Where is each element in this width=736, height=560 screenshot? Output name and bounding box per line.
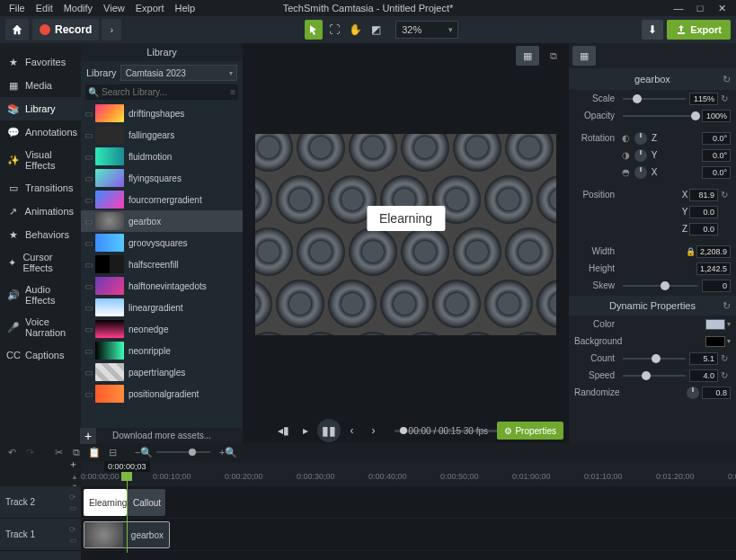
split-button[interactable]: ⊟ [106, 447, 119, 458]
library-item-papertriangles[interactable]: ▭papertriangles [81, 361, 243, 383]
count-reset-icon[interactable]: ↻ [718, 353, 731, 363]
track-up-icon[interactable]: ▲ [71, 473, 78, 481]
timeline-zoom-slider[interactable] [156, 451, 210, 453]
color-swatch[interactable] [705, 319, 725, 330]
library-item-halftonevintagedots[interactable]: ▭halftonevintagedots [81, 275, 243, 297]
randomize-knob[interactable] [687, 387, 699, 399]
position-z-value[interactable]: 0.0 [689, 223, 718, 236]
undo-button[interactable]: ↶ [5, 447, 18, 458]
pause-button[interactable]: ▮▮ [317, 419, 341, 442]
next-marker-button[interactable]: › [364, 421, 384, 440]
nav-annotations[interactable]: 💬Annotations [0, 120, 81, 144]
randomize-value[interactable]: 0.8 [702, 387, 731, 399]
record-button[interactable]: Record [32, 19, 99, 40]
opacity-slider[interactable] [623, 109, 698, 123]
canvas-detach[interactable]: ⧉ [542, 46, 565, 66]
prev-frame-button[interactable]: ◂▮ [274, 421, 294, 440]
rotation-z-value[interactable]: 0.0° [702, 132, 731, 145]
library-item-flyingsquares[interactable]: ▭flyingsquares [81, 167, 243, 189]
height-value[interactable]: 1,242.5 [696, 262, 731, 275]
nav-cursor-effects[interactable]: ✦Cursor Effects [0, 246, 81, 279]
close-button[interactable]: ✕ [711, 3, 732, 14]
menu-view[interactable]: View [98, 3, 130, 13]
track-add-button[interactable]: ＋ [68, 458, 78, 471]
track-label[interactable]: Track 1⟳▭ [0, 519, 81, 551]
pointer-tool[interactable] [305, 20, 323, 40]
maximize-button[interactable]: □ [689, 3, 711, 13]
library-search-input[interactable] [99, 85, 230, 99]
menu-edit[interactable]: Edit [31, 3, 58, 13]
skew-value[interactable]: 0 [702, 280, 731, 292]
timeline-ruler[interactable]: 0:00:00;03 0:00:00;000:00:10;000:00:20;0… [81, 461, 736, 486]
lock-aspect-icon[interactable]: 🔒 [684, 247, 696, 256]
track-row[interactable]: ElearningCallout [81, 486, 736, 519]
canvas-callout[interactable]: Elearning [367, 206, 445, 231]
rotation-y-value[interactable]: 0.0° [702, 149, 731, 162]
menu-file[interactable]: File [4, 3, 31, 13]
rotation-x-knob[interactable] [634, 166, 647, 179]
export-button[interactable]: Export [667, 20, 731, 40]
zoom-out-icon[interactable]: −🔍 [135, 447, 147, 458]
canvas-tab-preview[interactable]: ▦ [516, 46, 539, 66]
speed-reset-icon[interactable]: ↻ [718, 370, 731, 380]
record-options[interactable]: › [102, 19, 121, 40]
menu-modify[interactable]: Modify [58, 3, 98, 13]
nav-visual-effects[interactable]: ✨Visual Effects [0, 144, 81, 176]
track-row[interactable]: gearbox [81, 519, 736, 551]
nav-media[interactable]: ▦Media [0, 74, 81, 97]
background-swatch[interactable] [705, 336, 725, 347]
play-button[interactable]: ▸ [296, 421, 315, 440]
nav-transitions[interactable]: ▭Transitions [0, 176, 81, 200]
nav-animations[interactable]: ↗Animations [0, 200, 81, 223]
library-item-fluidmotion[interactable]: ▭fluidmotion [81, 146, 243, 167]
menu-export[interactable]: Export [130, 3, 170, 13]
nav-voice-narration[interactable]: 🎤Voice Narration [0, 311, 81, 343]
position-reset-icon[interactable]: ↻ [718, 190, 731, 200]
library-item-groovysquares[interactable]: ▭groovysquares [81, 232, 243, 253]
cut-button[interactable]: ✂ [52, 447, 65, 458]
library-item-fallinggears[interactable]: ▭fallinggears [81, 124, 243, 146]
scale-slider[interactable] [623, 92, 686, 106]
zoom-level[interactable]: 32% [395, 21, 458, 39]
minimize-button[interactable]: — [668, 3, 689, 13]
nav-captions[interactable]: CCCaptions [0, 343, 81, 367]
library-item-fourcornergradient[interactable]: ▭fourcornergradient [81, 189, 243, 210]
library-item-gearbox[interactable]: ▭gearbox [81, 210, 243, 232]
nav-audio-effects[interactable]: 🔊Audio Effects [0, 279, 81, 311]
nav-library[interactable]: 📚Library [0, 97, 81, 120]
paste-button[interactable]: 📋 [88, 447, 101, 458]
position-x-value[interactable]: 81.9 [689, 189, 718, 201]
selection-tool[interactable]: ⛶ [325, 20, 343, 40]
zoom-in-icon[interactable]: +🔍 [219, 447, 232, 458]
nav-favorites[interactable]: ★Favorites [0, 50, 81, 74]
track-mute-icon[interactable]: ⟳ [69, 493, 77, 502]
library-item-positionalgradient[interactable]: ▭positionalgradient [81, 383, 243, 404]
menu-help[interactable]: Help [170, 3, 201, 13]
properties-button[interactable]: Properties [497, 422, 563, 440]
position-y-value[interactable]: 0.0 [689, 206, 718, 218]
library-item-neonedge[interactable]: ▭neonedge [81, 318, 243, 340]
canvas-preview[interactable]: Elearning [255, 134, 556, 335]
redo-button[interactable]: ↷ [23, 447, 36, 458]
count-value[interactable]: 5.1 [689, 352, 718, 365]
width-value[interactable]: 2,208.9 [696, 245, 731, 258]
scale-reset-icon[interactable]: ↻ [718, 93, 731, 103]
speed-slider[interactable] [623, 369, 686, 383]
dynamic-reset-icon[interactable]: ↻ [723, 300, 731, 312]
rotation-y-knob[interactable] [634, 149, 647, 162]
library-selector[interactable]: Camtasia 2023 [120, 65, 237, 81]
rotation-z-knob[interactable] [634, 132, 647, 145]
track-hide-icon[interactable]: ▭ [69, 503, 77, 512]
scale-value[interactable]: 115% [689, 93, 718, 105]
nav-behaviors[interactable]: ★Behaviors [0, 223, 81, 246]
library-item-neonripple[interactable]: ▭neonripple [81, 340, 243, 361]
search-options-icon[interactable]: ≡ [230, 87, 235, 97]
library-item-driftingshapes[interactable]: ▭driftingshapes [81, 102, 243, 124]
library-search[interactable]: 🔍 ≡ [85, 84, 238, 100]
download-button[interactable]: ⬇ [642, 20, 663, 40]
library-item-halfscreenfill[interactable]: ▭halfscreenfill [81, 253, 243, 275]
timeline-playhead[interactable]: 0:00:00;03 [104, 461, 150, 553]
opacity-value[interactable]: 100% [702, 110, 731, 122]
prev-marker-button[interactable]: ‹ [342, 421, 362, 440]
count-slider[interactable] [623, 351, 686, 366]
